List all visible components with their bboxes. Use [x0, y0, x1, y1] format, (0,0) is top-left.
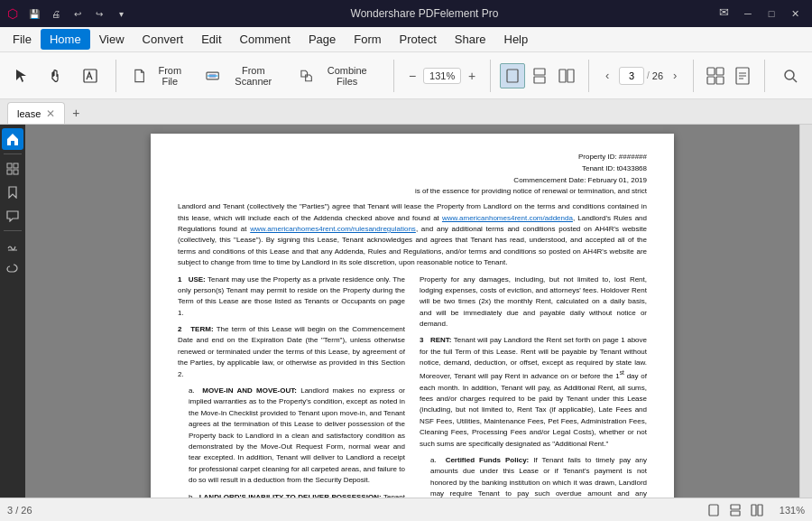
- rules-link[interactable]: www.americanhomes4rent.com/rulesandregul…: [250, 225, 416, 233]
- tenant-id: Tenant ID: t0433868: [178, 163, 647, 175]
- menu-file[interactable]: File: [4, 29, 41, 50]
- from-file-button[interactable]: From File: [125, 61, 197, 90]
- maximize-button[interactable]: □: [761, 5, 781, 22]
- zoom-value[interactable]: 131%: [423, 68, 461, 84]
- section-2a-title: MOVE-IN AND MOVE-OUT:: [202, 386, 297, 395]
- from-scanner-button[interactable]: From Scanner: [198, 61, 291, 90]
- close-button[interactable]: ✕: [785, 5, 805, 22]
- document-columns: 1 USE: Tenant may use the Property as a …: [178, 274, 647, 521]
- document-tab[interactable]: lease ✕: [7, 102, 65, 124]
- search-button[interactable]: [774, 57, 807, 95]
- statusbar: 3 / 26 131%: [0, 498, 812, 521]
- svg-rect-24: [709, 505, 718, 516]
- save-icon[interactable]: 💾: [25, 5, 43, 22]
- page-total: 26: [652, 70, 663, 81]
- intro-paragraph: Landlord and Tenant (collectively the "P…: [178, 201, 647, 268]
- svg-rect-8: [567, 70, 574, 82]
- menu-view[interactable]: View: [90, 29, 134, 50]
- svg-rect-4: [507, 70, 518, 82]
- comment-panel-button[interactable]: [2, 205, 23, 227]
- new-tab-button[interactable]: +: [65, 102, 87, 124]
- menu-help[interactable]: Help: [495, 29, 538, 50]
- right-panel: [799, 125, 812, 521]
- svg-rect-22: [14, 170, 18, 174]
- page-number-input[interactable]: [619, 67, 644, 85]
- menu-share[interactable]: Share: [446, 29, 495, 50]
- svg-rect-27: [752, 505, 756, 516]
- combine-files-button[interactable]: Combine Files: [292, 61, 384, 90]
- signature-panel-button[interactable]: [2, 235, 23, 256]
- status-two-page-view[interactable]: [747, 501, 767, 519]
- pan-tool-button[interactable]: [40, 57, 72, 95]
- attachment-panel-button[interactable]: [2, 258, 23, 280]
- svg-rect-12: [716, 77, 724, 84]
- section-1: 1 USE: Tenant may use the Property as a …: [178, 274, 405, 320]
- scanner-icon: [206, 69, 219, 83]
- dropdown-icon[interactable]: ▾: [112, 5, 130, 22]
- signature-icon: [6, 239, 19, 252]
- section-1-num: 1: [178, 275, 181, 284]
- menu-convert[interactable]: Convert: [134, 29, 193, 50]
- zoom-in-button[interactable]: +: [463, 67, 481, 85]
- status-single-icon: [707, 504, 720, 516]
- section-1-text: Tenant may use the Property as a private…: [178, 275, 405, 317]
- fit-page-icon: [733, 66, 752, 86]
- svg-line-18: [793, 79, 797, 82]
- svg-rect-6: [534, 77, 545, 83]
- print-icon[interactable]: 🖨: [47, 5, 65, 22]
- zoom-out-button[interactable]: −: [403, 67, 421, 85]
- home-tool-button[interactable]: [2, 128, 23, 150]
- tab-close-button[interactable]: ✕: [46, 107, 55, 120]
- status-continuous-view[interactable]: [725, 501, 745, 519]
- selection-tools: [5, 57, 106, 95]
- next-page-button[interactable]: ›: [666, 67, 684, 85]
- section-3-text: Tenant will pay Landlord the Rent set fo…: [420, 336, 647, 447]
- right-intro: Property for any damages, including, but…: [420, 274, 647, 330]
- document-area: Property ID: ####### Tenant ID: t0433868…: [25, 125, 799, 521]
- addenda-link[interactable]: www.americanhomes4rent.com/addenda: [442, 214, 573, 222]
- section-2a: a. MOVE-IN AND MOVE-OUT: Landlord makes …: [178, 386, 405, 487]
- bookmark-panel-button[interactable]: [2, 181, 23, 203]
- svg-rect-19: [7, 163, 12, 168]
- menu-home[interactable]: Home: [41, 29, 90, 50]
- fit-page-button[interactable]: [730, 63, 755, 88]
- markup-icon: [82, 68, 98, 84]
- menu-form[interactable]: Form: [345, 29, 390, 50]
- svg-rect-28: [758, 505, 762, 516]
- svg-rect-21: [7, 170, 12, 174]
- window-title: Wondershare PDFelement Pro: [130, 7, 719, 20]
- minimize-button[interactable]: ─: [738, 5, 758, 22]
- toolbar-divider-1: [4, 154, 22, 154]
- section-2-num: 2: [178, 325, 181, 333]
- two-page-view-button[interactable]: [554, 63, 579, 88]
- undo-icon[interactable]: ↩: [69, 5, 87, 22]
- file-icon: [133, 69, 146, 83]
- menu-page[interactable]: Page: [300, 29, 345, 50]
- prev-page-button[interactable]: ‹: [598, 67, 616, 85]
- sep6: [764, 60, 765, 92]
- file-ops: From File From Scanner Combine Files: [125, 61, 384, 90]
- document-scroll[interactable]: Property ID: ####### Tenant ID: t0433868…: [25, 125, 799, 521]
- menu-comment[interactable]: Comment: [231, 29, 300, 50]
- single-page-view-button[interactable]: [500, 63, 525, 88]
- status-continuous-icon: [729, 504, 742, 516]
- status-view-buttons: [704, 501, 767, 519]
- menu-protect[interactable]: Protect: [391, 29, 446, 50]
- continuous-view-button[interactable]: [527, 63, 552, 88]
- combine-files-label: Combine Files: [317, 65, 377, 87]
- status-two-page-icon: [751, 504, 763, 516]
- select-tool-button[interactable]: [5, 57, 38, 95]
- section-3-num: 3: [420, 336, 423, 344]
- status-page-label: 3 / 26: [7, 505, 32, 516]
- toolbar-divider-2: [4, 230, 22, 231]
- menu-edit[interactable]: Edit: [192, 29, 230, 50]
- status-single-view[interactable]: [704, 501, 724, 519]
- thumbnail-panel-button[interactable]: [2, 158, 23, 180]
- status-zoom-label: 131%: [780, 505, 805, 516]
- email-icon[interactable]: ✉: [719, 5, 729, 22]
- titlebar: ⬡ 💾 🖨 ↩ ↪ ▾ Wondershare PDFelement Pro ✉…: [0, 0, 812, 27]
- redo-icon[interactable]: ↪: [90, 5, 108, 22]
- thumbnail-view-button[interactable]: [703, 63, 728, 88]
- markup-tool-button[interactable]: [74, 57, 106, 95]
- single-page-icon: [504, 68, 521, 84]
